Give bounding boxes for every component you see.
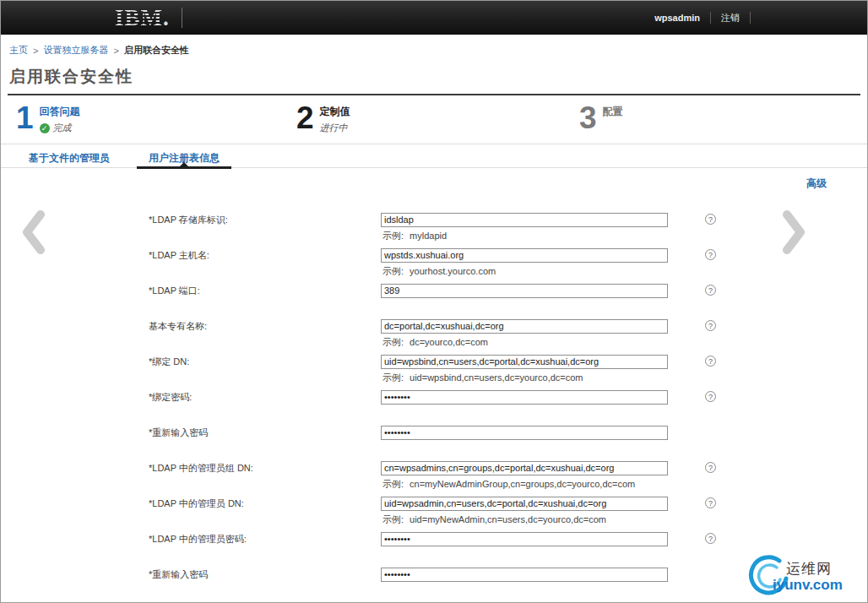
field-label: *重新输入密码: [149, 424, 381, 439]
step-number: 3: [579, 103, 597, 133]
wizard-step-configure: 3 配置: [579, 103, 623, 133]
help-icon[interactable]: ?: [705, 533, 716, 544]
field-label: *绑定 DN:: [149, 353, 381, 368]
check-circle-icon: ✓: [40, 123, 50, 133]
previous-page-icon[interactable]: [18, 209, 50, 259]
breadcrumb-separator: >: [113, 46, 118, 56]
advanced-link[interactable]: 高级: [806, 177, 827, 189]
ldap-port-input[interactable]: [381, 284, 668, 298]
admin-group-dn-input[interactable]: [381, 461, 668, 475]
tab-user-registry-info[interactable]: 用户注册表信息: [142, 149, 226, 167]
admin-dn-input[interactable]: [381, 497, 668, 511]
help-icon[interactable]: ?: [705, 356, 716, 367]
wizard-steps: 1 回答问题 ✓ 完成 2 定制值 进行中 3 配置: [1, 95, 867, 144]
form-row: *重新输入密码: [1, 566, 867, 601]
wizard-step-customize-values: 2 定制值 进行中: [296, 103, 350, 134]
browser-viewport: IBM. wpsadmin 注销 主页 > 设置独立服务器 > 启用联合安全性 …: [0, 0, 868, 603]
field-label: *重新输入密码: [149, 566, 381, 581]
help-icon[interactable]: ?: [705, 497, 716, 508]
banner-divider: [182, 8, 182, 28]
top-banner: IBM. wpsadmin 注销: [1, 1, 867, 35]
breadcrumb: 主页 > 设置独立服务器 > 启用联合安全性: [1, 35, 867, 60]
breadcrumb-current: 启用联合安全性: [124, 44, 189, 57]
watermark-site-name: 运维网: [786, 559, 832, 579]
confirm-bind-password-input[interactable]: [381, 426, 668, 440]
ldap-form: *LDAP 存储库标识: 示例:myldapid ? *LDAP 主机名: 示例…: [1, 211, 867, 601]
step-label: 回答问题: [40, 105, 80, 119]
form-row: *LDAP 存储库标识: 示例:myldapid ?: [1, 211, 867, 247]
base-dn-input[interactable]: [381, 319, 668, 334]
field-example: 示例:yourhost.yourco.com: [381, 265, 668, 278]
site-watermark: 运维网 iyunv.com: [747, 553, 862, 600]
bind-dn-input[interactable]: [381, 355, 668, 369]
form-row: 基本专有名称: 示例:dc=yourco,dc=com ?: [1, 318, 867, 353]
step-number: 1: [16, 103, 34, 134]
field-example: 示例:dc=yourco,dc=com: [381, 336, 668, 349]
help-icon[interactable]: ?: [705, 391, 716, 402]
watermark-domain: iyunv.com: [773, 577, 843, 594]
tab-bar: 基于文件的管理员 用户注册表信息: [1, 144, 867, 168]
ldap-hostname-input[interactable]: [381, 248, 668, 263]
breadcrumb-separator: >: [33, 46, 38, 56]
ldap-repository-id-input[interactable]: [381, 213, 668, 227]
form-row: *LDAP 中的管理员密码: ?: [1, 530, 867, 566]
form-row: *LDAP 端口: ?: [1, 282, 867, 318]
field-label: 基本专有名称:: [149, 318, 381, 333]
page-title: 启用联合安全性: [9, 66, 867, 88]
form-row: *绑定密码: ?: [1, 388, 867, 424]
breadcrumb-setup-link[interactable]: 设置独立服务器: [43, 44, 108, 57]
step-status: ✓ 完成: [40, 122, 80, 134]
ibm-logo: IBM.: [115, 7, 170, 30]
step-label: 定制值: [320, 105, 350, 119]
field-label: *LDAP 存储库标识:: [149, 211, 381, 226]
field-example: 示例:myldapid: [381, 230, 668, 242]
field-label: *LDAP 中的管理员 DN:: [149, 495, 381, 510]
admin-password-input[interactable]: [381, 532, 668, 546]
bind-password-input[interactable]: [381, 390, 668, 405]
form-row: *绑定 DN: 示例:uid=wpsbind,cn=users,dc=yourc…: [1, 353, 867, 388]
help-icon[interactable]: ?: [705, 249, 716, 260]
help-icon[interactable]: ?: [705, 214, 716, 225]
logout-link[interactable]: 注销: [721, 12, 740, 24]
field-example: 示例:uid=wpsbind,cn=users,dc=yourco,dc=com: [381, 372, 668, 384]
help-icon[interactable]: ?: [705, 462, 716, 473]
form-panel: 高级 *LDAP 存储库标识: 示例:myldapid ? *LDAP 主机名:…: [1, 168, 867, 601]
tab-file-based-admin[interactable]: 基于文件的管理员: [22, 149, 117, 167]
confirm-admin-password-input[interactable]: [381, 568, 668, 582]
step-label: 配置: [603, 105, 623, 119]
field-label: *LDAP 主机名:: [149, 247, 381, 262]
logged-in-user: wpsadmin: [654, 13, 700, 23]
form-row: *LDAP 中的管理员 DN: 示例:uid=myNewAdmin,cn=use…: [1, 495, 867, 530]
help-icon[interactable]: ?: [705, 285, 716, 296]
field-label: *LDAP 中的管理员组 DN:: [149, 459, 381, 475]
field-label: *LDAP 中的管理员密码:: [149, 530, 381, 546]
form-row: *LDAP 主机名: 示例:yourhost.yourco.com ?: [1, 247, 867, 282]
field-label: *绑定密码:: [149, 388, 381, 404]
field-label: *LDAP 端口:: [149, 282, 381, 297]
banner-divider: [710, 12, 711, 24]
form-row: *重新输入密码: [1, 424, 867, 459]
step-number: 2: [296, 103, 314, 134]
breadcrumb-home-link[interactable]: 主页: [9, 44, 28, 57]
form-row: *LDAP 中的管理员组 DN: 示例:cn=myNewAdminGroup,c…: [1, 459, 867, 495]
help-icon[interactable]: ?: [705, 320, 716, 331]
field-example: 示例:uid=myNewAdmin,cn=users,dc=yourco,dc=…: [381, 513, 668, 526]
field-example: 示例:cn=myNewAdminGroup,cn=groups,dc=yourc…: [381, 478, 668, 491]
next-page-icon[interactable]: [778, 209, 810, 259]
step-status: 进行中: [320, 122, 350, 134]
banner-divider: [750, 12, 751, 24]
wizard-step-answer-questions: 1 回答问题 ✓ 完成: [16, 103, 80, 134]
